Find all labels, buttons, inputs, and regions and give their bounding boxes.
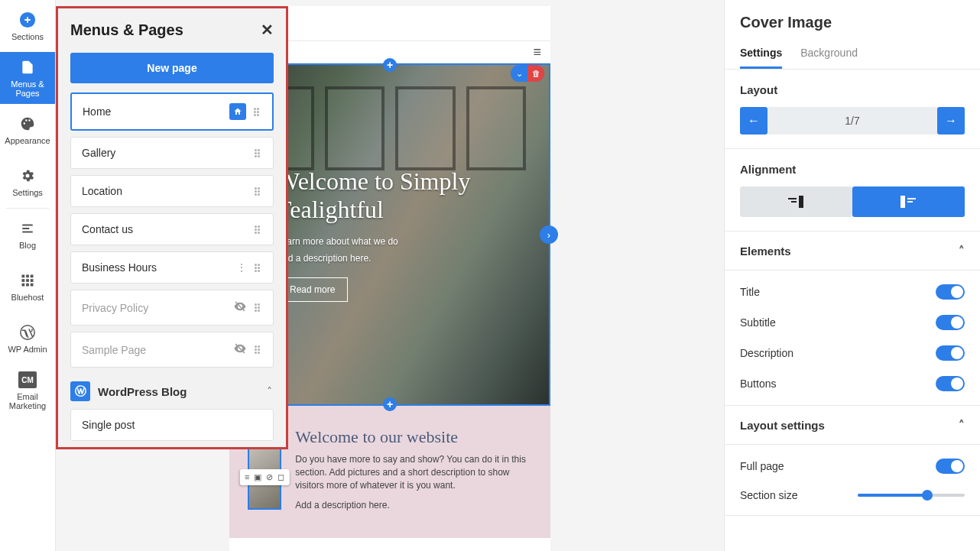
- tab-background[interactable]: Background: [800, 39, 858, 69]
- sidebar-item-bluehost[interactable]: Bluehost: [0, 261, 55, 313]
- inspector-tabs: Settings Background: [725, 39, 980, 70]
- align-icon[interactable]: ≡: [245, 472, 249, 482]
- text-icon[interactable]: ◻: [277, 472, 284, 482]
- drag-handle-icon[interactable]: [255, 262, 262, 273]
- wordpress-blog-section[interactable]: ⓦ WordPress Blog ˄: [70, 374, 274, 409]
- page-item-gallery[interactable]: Gallery: [70, 137, 274, 169]
- align-left-button[interactable]: [852, 186, 965, 217]
- welcome-body[interactable]: Do you have more to say and show? You ca…: [295, 453, 532, 491]
- layout-settings-header[interactable]: Layout settings ˄: [725, 406, 980, 445]
- sidebar-item-menus-pages[interactable]: Menus & Pages: [0, 52, 55, 104]
- drag-handle-icon[interactable]: [254, 106, 261, 117]
- page-item-label: Business Hours: [82, 261, 236, 274]
- title-toggle[interactable]: [936, 284, 965, 300]
- lines-icon: [18, 219, 37, 238]
- pages-icon: [18, 58, 37, 76]
- cover-subtitle[interactable]: Learn more about what we do: [277, 236, 503, 247]
- sidebar-item-email-marketing[interactable]: CM Email Marketing: [0, 365, 55, 416]
- section-size-slider[interactable]: [858, 494, 965, 497]
- hidden-icon[interactable]: [233, 300, 247, 316]
- page-item-contact-us[interactable]: Contact us: [70, 213, 274, 245]
- welcome-note[interactable]: Add a description here.: [295, 499, 532, 512]
- page-item-sample-page[interactable]: Sample Page: [70, 332, 274, 368]
- subtitle-row: Subtitle: [740, 307, 965, 338]
- svg-rect-11: [799, 196, 803, 208]
- sidebar-item-label: Menus & Pages: [0, 79, 55, 98]
- sidebar-item-wp-admin[interactable]: WP Admin: [0, 313, 55, 365]
- svg-rect-2: [26, 275, 29, 278]
- page-item-privacy-policy[interactable]: Privacy Policy: [70, 290, 274, 326]
- page-item-business-hours[interactable]: Business Hours⋮: [70, 251, 274, 284]
- page-item-single-post[interactable]: Single post: [70, 409, 274, 441]
- hamburger-icon[interactable]: ≡: [533, 44, 541, 60]
- svg-rect-5: [26, 279, 29, 282]
- sidebar-item-label: Sections: [11, 32, 44, 41]
- inspector-panel: Cover Image Settings Background Layout ←…: [724, 0, 980, 551]
- svg-rect-12: [788, 198, 797, 199]
- drag-handle-icon[interactable]: [255, 224, 262, 235]
- drag-handle-icon[interactable]: [255, 186, 262, 196]
- alignment-section: Alignment: [725, 149, 980, 232]
- page-item-label: Sample Page: [82, 344, 233, 356]
- description-toggle[interactable]: [936, 345, 965, 361]
- svg-rect-16: [907, 201, 913, 203]
- drag-handle-icon[interactable]: [255, 303, 262, 313]
- page-item-label: Contact us: [82, 223, 255, 235]
- sidebar-item-label: Settings: [12, 188, 43, 197]
- chevron-up-icon: ˄: [959, 244, 965, 258]
- svg-rect-9: [31, 284, 34, 287]
- page-item-location[interactable]: Location: [70, 175, 274, 207]
- title-row: Title: [740, 277, 965, 307]
- cm-logo-icon: CM: [18, 371, 37, 389]
- add-section-top-button[interactable]: +: [383, 58, 397, 72]
- next-section-button[interactable]: ›: [540, 225, 558, 244]
- section-toolbar[interactable]: ⌄ 🗑: [511, 65, 544, 82]
- close-icon[interactable]: ✕: [261, 21, 274, 39]
- layout-next-button[interactable]: →: [937, 107, 965, 135]
- sidebar-item-settings[interactable]: Settings: [0, 156, 55, 208]
- image-icon[interactable]: ▣: [254, 472, 261, 482]
- page-item-label: Privacy Policy: [82, 302, 233, 314]
- cover-description[interactable]: Add a description here.: [277, 253, 503, 264]
- sidebar-item-blog[interactable]: Blog: [0, 209, 55, 261]
- chevron-up-icon: ˄: [267, 385, 272, 397]
- svg-rect-3: [31, 275, 34, 278]
- add-section-bottom-button[interactable]: +: [383, 397, 397, 411]
- sidebar-item-appearance[interactable]: Appearance: [0, 104, 55, 156]
- trash-icon[interactable]: 🗑: [527, 65, 544, 82]
- elements-header[interactable]: Elements ˄: [725, 232, 980, 271]
- buttons-label: Buttons: [740, 378, 776, 390]
- image-toolbar[interactable]: ≡ ▣ ⊘ ◻: [240, 469, 289, 485]
- subtitle-label: Subtitle: [740, 316, 776, 329]
- page-item-home[interactable]: Home: [70, 92, 274, 131]
- sidebar-item-label: Email Marketing: [0, 392, 55, 410]
- description-label: Description: [740, 347, 793, 359]
- home-icon: [229, 103, 246, 120]
- drag-handle-icon[interactable]: [255, 345, 262, 355]
- cover-heading[interactable]: Welcome to Simply Tealightful: [277, 167, 503, 224]
- welcome-heading[interactable]: Welcome to our website: [295, 427, 532, 447]
- layout-section: Layout ← 1/7 →: [725, 70, 980, 149]
- layout-settings-title: Layout settings: [740, 419, 825, 432]
- sidebar-item-label: Bluehost: [11, 293, 44, 302]
- sidebar-item-sections[interactable]: Sections: [0, 0, 55, 52]
- more-icon[interactable]: ⋮: [236, 261, 247, 274]
- plus-circle-icon: [18, 11, 37, 29]
- tab-settings[interactable]: Settings: [740, 39, 782, 69]
- drag-handle-icon[interactable]: [255, 147, 262, 158]
- svg-rect-15: [907, 198, 916, 199]
- subtitle-toggle[interactable]: [936, 315, 965, 330]
- full-page-toggle[interactable]: [936, 459, 965, 474]
- hidden-icon[interactable]: [233, 342, 247, 358]
- new-page-button[interactable]: New page: [70, 53, 274, 83]
- layout-settings-body: Full page Section size: [725, 445, 980, 516]
- page-item-label: Single post: [82, 419, 262, 431]
- title-label: Title: [740, 286, 760, 298]
- alignment-label: Alignment: [740, 163, 965, 176]
- align-right-button[interactable]: [740, 186, 852, 217]
- palette-icon: [18, 115, 37, 133]
- buttons-toggle[interactable]: [936, 376, 965, 391]
- link-icon[interactable]: ⊘: [266, 472, 273, 482]
- layout-prev-button[interactable]: ←: [740, 107, 767, 135]
- chevron-down-icon[interactable]: ⌄: [511, 65, 527, 82]
